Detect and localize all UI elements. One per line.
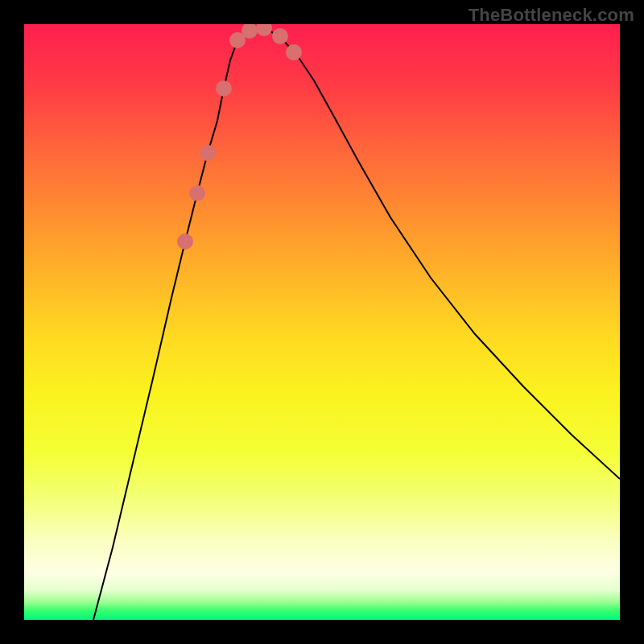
plot-area xyxy=(24,24,620,620)
marker-dot xyxy=(216,80,232,97)
marker-dot xyxy=(200,145,216,161)
marker-dot xyxy=(177,233,193,250)
watermark-text: TheBottleneck.com xyxy=(469,5,634,26)
highlight-markers xyxy=(177,24,302,250)
marker-dot xyxy=(242,24,258,39)
marker-dot xyxy=(256,24,272,36)
marker-dot xyxy=(229,32,246,48)
chart-frame: TheBottleneck.com xyxy=(0,0,644,644)
marker-dot xyxy=(272,28,288,44)
marker-dot xyxy=(286,44,302,60)
marker-dot xyxy=(189,185,205,201)
curve-svg xyxy=(24,24,620,620)
bottleneck-curve xyxy=(93,28,620,620)
